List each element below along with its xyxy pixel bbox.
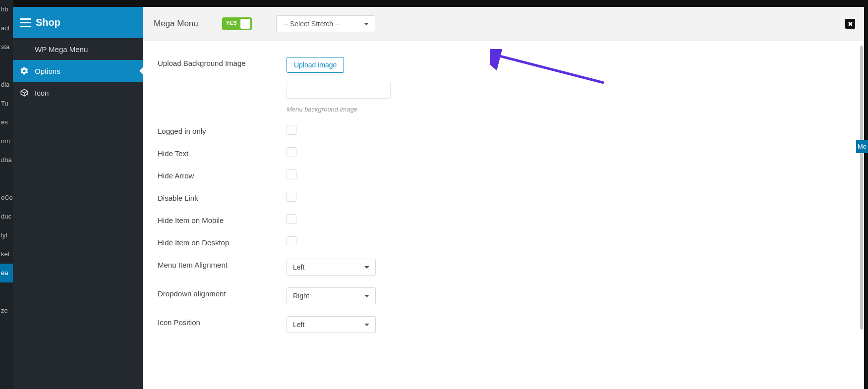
grid-icon (20, 45, 29, 54)
close-icon: ✖ (848, 20, 853, 28)
panel-title: Mega Menu (154, 19, 210, 29)
row-hide-arrow: Hide Arrow (158, 169, 849, 180)
upload-hint: Menu background image (287, 106, 849, 113)
row-hide-item-mobile: Hide Item on Mobile (158, 214, 849, 224)
mega-menu-toggle[interactable]: YES (222, 17, 252, 30)
box-icon (20, 88, 29, 97)
sidebar-item-icon[interactable]: Icon (13, 82, 143, 104)
background-preview (287, 82, 391, 99)
wp-admin-item (0, 169, 13, 188)
sidebar: Shop WP Mega Menu Options Icon (13, 7, 143, 389)
sidebar-item-options[interactable]: Options (13, 60, 143, 82)
wp-admin-item: oCo (0, 188, 13, 207)
mega-menu-panel: Shop WP Mega Menu Options Icon Mega Menu… (13, 7, 864, 389)
row-dropdown-alignment: Dropdown alignment Right (158, 287, 849, 304)
options-body: Upload Background Image Upload image Men… (143, 41, 864, 389)
close-button[interactable]: ✖ (845, 19, 855, 29)
sidebar-item-wp-mega-menu[interactable]: WP Mega Menu (13, 38, 143, 60)
brand-label: Shop (36, 17, 60, 28)
upload-image-button[interactable]: Upload image (287, 57, 344, 73)
wp-admin-item: ket (0, 245, 13, 264)
label-menu-alignment: Menu Item Alignment (158, 259, 287, 269)
select-value: Left (293, 321, 304, 329)
wp-admin-item: lyt (0, 226, 13, 245)
wp-admin-item: ze (0, 301, 13, 320)
sidebar-item-label: Icon (35, 89, 49, 97)
label-icon-position: Icon Position (158, 316, 287, 327)
gear-icon (20, 66, 29, 75)
wp-admin-item-active[interactable]: ea (0, 264, 13, 282)
toggle-state-label: YES (226, 20, 237, 26)
content: Mega Menu YES -- Select Stretch -- ✖ (143, 7, 864, 389)
select-dropdown-alignment[interactable]: Right (287, 287, 376, 304)
wp-admin-item: dia (0, 75, 13, 94)
checkbox-hide-text[interactable] (287, 147, 296, 157)
row-upload-bg: Upload Background Image Upload image Men… (158, 57, 849, 113)
wp-admin-item: hb (0, 0, 13, 19)
wp-admin-item (0, 282, 13, 301)
wp-admin-item: duc (0, 207, 13, 226)
checkbox-hide-arrow[interactable] (287, 169, 296, 179)
row-menu-alignment: Menu Item Alignment Left (158, 259, 849, 276)
hamburger-icon (20, 18, 31, 27)
wp-admin-item: sta (0, 38, 13, 56)
label-logged-in-only: Logged in only (158, 125, 287, 135)
row-disable-link: Disable Link (158, 192, 849, 202)
stretch-select-value: -- Select Stretch -- (284, 20, 340, 28)
wp-admin-item (0, 56, 13, 75)
wp-admin-peek: hb act sta dia Tu es nm dba oCo duc lyt … (0, 0, 13, 389)
row-hide-item-desktop: Hide Item on Desktop (158, 236, 849, 247)
wp-admin-item: dba (0, 151, 13, 169)
label-hide-text: Hide Text (158, 147, 287, 158)
label-dropdown-alignment: Dropdown alignment (158, 287, 287, 298)
wp-admin-item: act (0, 19, 13, 38)
label-hide-item-desktop: Hide Item on Desktop (158, 236, 287, 247)
label-upload-bg: Upload Background Image (158, 57, 287, 67)
toggle-knob (240, 19, 250, 29)
row-hide-text: Hide Text (158, 147, 849, 158)
sidebar-item-label: WP Mega Menu (35, 45, 88, 54)
label-hide-item-mobile: Hide Item on Mobile (158, 214, 287, 224)
topbar: Mega Menu YES -- Select Stretch -- ✖ (143, 7, 864, 41)
label-hide-arrow: Hide Arrow (158, 169, 287, 180)
brand: Shop (13, 7, 143, 38)
select-icon-position[interactable]: Left (287, 316, 376, 333)
checkbox-hide-item-desktop[interactable] (287, 236, 296, 246)
row-logged-in-only: Logged in only (158, 125, 849, 135)
checkbox-disable-link[interactable] (287, 192, 296, 202)
stretch-select[interactable]: -- Select Stretch -- (276, 15, 375, 32)
select-value: Left (293, 263, 304, 271)
wp-admin-right-fragment: Me (856, 140, 868, 153)
scrollbar[interactable] (860, 46, 863, 330)
divider (264, 14, 264, 34)
checkbox-hide-item-mobile[interactable] (287, 214, 296, 224)
sidebar-item-label: Options (35, 67, 60, 75)
select-menu-alignment[interactable]: Left (287, 259, 376, 276)
label-disable-link: Disable Link (158, 192, 287, 202)
wp-admin-item: Tu (0, 94, 13, 113)
row-icon-position: Icon Position Left (158, 316, 849, 333)
select-value: Right (293, 292, 309, 300)
wp-admin-item: nm (0, 132, 13, 151)
wp-admin-item: es (0, 113, 13, 132)
checkbox-logged-in-only[interactable] (287, 125, 296, 135)
